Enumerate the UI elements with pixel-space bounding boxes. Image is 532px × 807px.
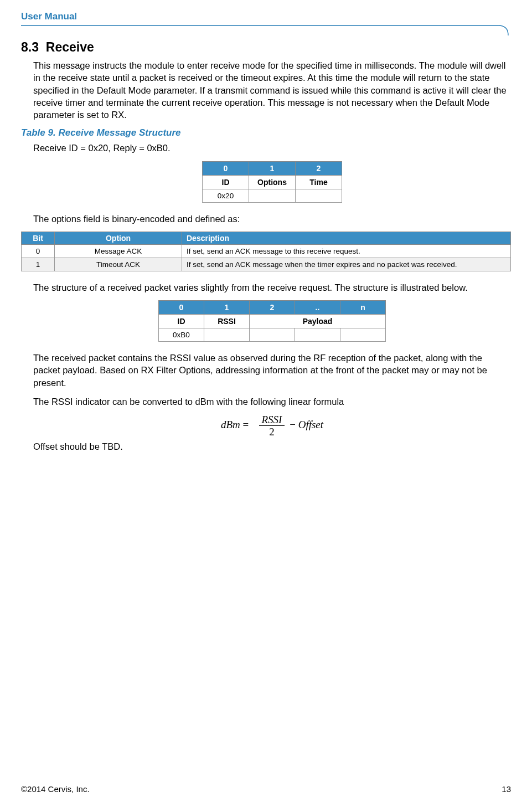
opt-r1-desc: If set, send an ACK message when the tim… <box>182 258 511 271</box>
opt-r1-bit: 1 <box>22 258 55 271</box>
rt-l1: RSSI <box>204 315 250 328</box>
table9: 0 1 2 ID Options Time 0x20 <box>202 161 342 203</box>
rt-h2: 2 <box>250 301 295 315</box>
rssi-formula: dBm = RSSI 2 − Offset <box>33 414 511 437</box>
rt-h4: n <box>340 301 386 315</box>
f-num: RSSI <box>259 414 285 426</box>
table-row: 0 1 2 .. n <box>159 301 386 315</box>
opt-r0-bit: 0 <box>22 244 55 258</box>
f-rhs: Offset <box>298 419 323 430</box>
section-heading: 8.3 Receive <box>21 40 511 55</box>
header-rule-line <box>21 23 511 30</box>
f-den: 2 <box>259 426 285 437</box>
rt-v3 <box>295 328 340 342</box>
table9-h1: 1 <box>249 161 296 175</box>
table9-l1: Options <box>249 175 296 189</box>
header-title: User Manual <box>21 11 77 22</box>
opt-r0-opt: Message ACK <box>55 244 182 258</box>
table9-v1 <box>249 189 296 202</box>
recv-table: 0 1 2 .. n ID RSSI Payload 0xB0 <box>158 300 386 342</box>
options-table: Bit Option Description 0 Message ACK If … <box>21 232 511 271</box>
opt-h2: Description <box>182 232 511 244</box>
rt-v1 <box>204 328 250 342</box>
table9-l0: ID <box>203 175 249 189</box>
section-title: Receive <box>46 40 94 54</box>
rt-l2: Payload <box>250 315 386 328</box>
opt-h1: Option <box>55 232 182 244</box>
rt-v0: 0xB0 <box>159 328 204 342</box>
section-number: 8.3 <box>21 40 39 54</box>
section-intro: This message instructs the module to ent… <box>33 59 511 121</box>
f-frac: RSSI 2 <box>259 414 285 437</box>
page: User Manual 8.3 Receive This message ins… <box>0 0 532 807</box>
opt-h0: Bit <box>22 232 55 244</box>
options-intro: The options field is binary-encoded and … <box>33 213 511 225</box>
table9-l2: Time <box>296 175 342 189</box>
opt-r0-desc: If set, send an ACK message to this rece… <box>182 244 511 258</box>
f-lhs: dBm <box>221 419 240 430</box>
rt-v4 <box>340 328 386 342</box>
footer-left: ©2014 Cervis, Inc. <box>21 784 90 794</box>
page-footer: ©2014 Cervis, Inc. 13 <box>21 784 511 794</box>
offset-note: Offset should be TBD. <box>33 440 511 453</box>
table-row: ID RSSI Payload <box>159 315 386 328</box>
rt-l0: ID <box>159 315 204 328</box>
table9-caption: Table 9. Receive Message Structure <box>21 127 511 138</box>
table9-v0: 0x20 <box>203 189 249 202</box>
table-row: 0 Message ACK If set, send an ACK messag… <box>22 244 511 258</box>
formula-intro: The RSSI indicator can be converted to d… <box>33 395 511 408</box>
opt-r1-opt: Timeout ACK <box>55 258 182 271</box>
rt-h3: .. <box>295 301 340 315</box>
table9-v2 <box>296 189 342 202</box>
footer-page-number: 13 <box>502 784 511 794</box>
table9-h0: 0 <box>203 161 249 175</box>
rt-h0: 0 <box>159 301 204 315</box>
table9-idline: Receive ID = 0x20, Reply = 0xB0. <box>33 142 511 154</box>
f-minus: − <box>290 419 296 430</box>
rssi-para: The received packet contains the RSSI va… <box>33 352 511 389</box>
struct-intro: The structure of a received packet varie… <box>33 281 511 294</box>
rt-v2 <box>250 328 295 342</box>
page-header: User Manual <box>21 11 511 30</box>
table-row: 0xB0 <box>159 328 386 342</box>
table-row: 1 Timeout ACK If set, send an ACK messag… <box>22 258 511 271</box>
table9-h2: 2 <box>296 161 342 175</box>
rt-h1: 1 <box>204 301 250 315</box>
f-eq: = <box>243 419 249 430</box>
